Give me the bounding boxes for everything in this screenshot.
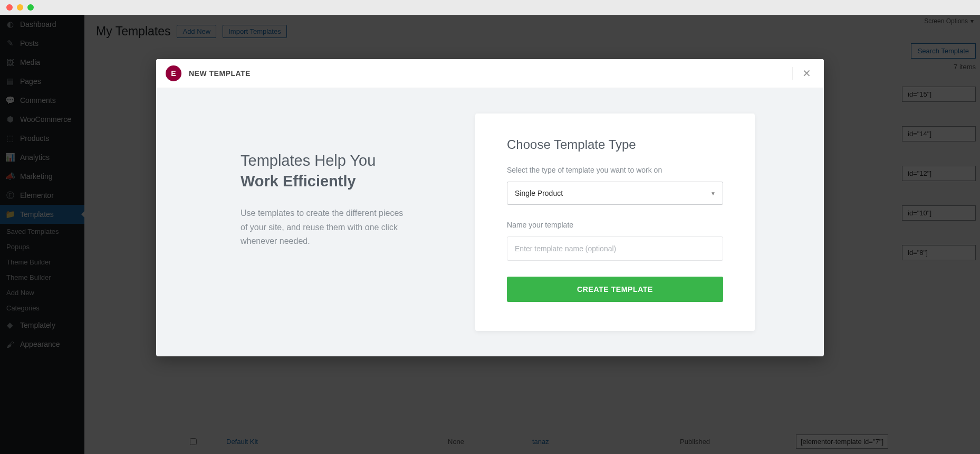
create-template-button[interactable]: CREATE TEMPLATE: [507, 277, 723, 302]
mac-titlebar: [0, 0, 980, 15]
blurb-description: Use templates to create the different pi…: [241, 206, 409, 248]
new-template-modal: E NEW TEMPLATE ✕ Templates Help You Work…: [156, 59, 824, 356]
window-zoom-icon[interactable]: [27, 4, 34, 11]
close-icon[interactable]: ✕: [792, 67, 814, 80]
type-label: Select the type of template you want to …: [507, 166, 723, 174]
window-minimize-icon[interactable]: [17, 4, 23, 11]
template-name-input[interactable]: [507, 237, 723, 261]
template-type-select[interactable]: Single Product: [507, 182, 723, 205]
template-form: Choose Template Type Select the type of …: [475, 114, 755, 331]
form-title: Choose Template Type: [507, 137, 723, 152]
blurb-heading: Templates Help You Work Efficiently: [241, 150, 422, 192]
elementor-logo-icon: E: [166, 65, 181, 81]
modal-header: E NEW TEMPLATE ✕: [156, 59, 824, 88]
window-close-icon[interactable]: [6, 4, 13, 11]
modal-title: NEW TEMPLATE: [189, 69, 251, 78]
modal-overlay: E NEW TEMPLATE ✕ Templates Help You Work…: [0, 15, 980, 454]
name-label: Name your template: [507, 221, 723, 229]
